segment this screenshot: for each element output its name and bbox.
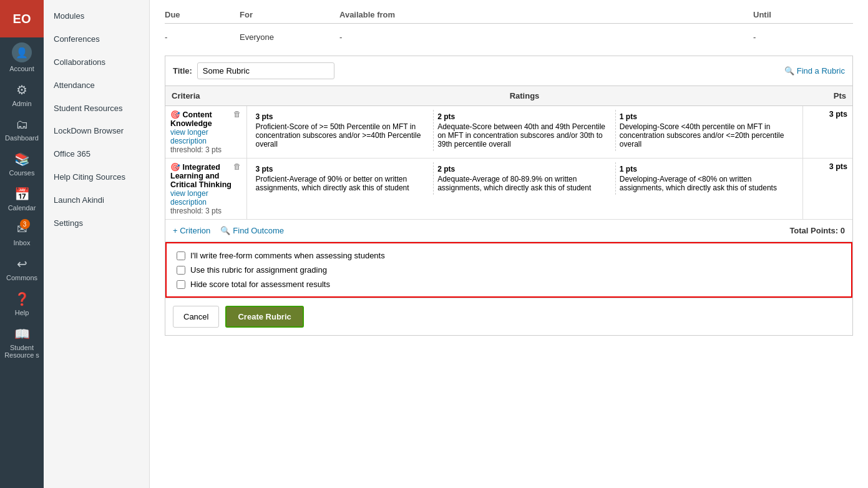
checkbox-row-1: I'll write free-form comments when asses… (177, 251, 841, 260)
nav-item-attendance[interactable]: Attendance (44, 74, 149, 97)
commons-label: Commons (6, 274, 37, 281)
available-from-value: - (339, 32, 753, 42)
sidebar-item-dashboard[interactable]: 🗂 Dashboard (0, 112, 44, 147)
ratings-row-2: 3 pts Proficient-Average of 90% or bette… (252, 162, 797, 195)
rating-desc-2-1: Proficient-Average of 90% or better on w… (256, 175, 430, 192)
nav-item-help-citing-sources[interactable]: Help Citing Sources (44, 166, 149, 189)
for-value: Everyone (240, 32, 339, 42)
dashboard-label: Dashboard (5, 134, 39, 142)
criteria-icon-1: 🎯 (170, 110, 180, 119)
rating-pts-2-2: 2 pts (437, 165, 612, 173)
pts-cell-1: 3 pts (802, 106, 852, 159)
account-label: Account (9, 65, 34, 72)
courses-icon: 📚 (14, 152, 30, 167)
student-resources-label: Student Resource s (2, 344, 41, 359)
cancel-button[interactable]: Cancel (173, 306, 219, 328)
checkbox-row-3: Hide score total for assessment results (177, 280, 841, 289)
checkbox-assignment-grading-label: Use this rubric for assignment grading (190, 265, 327, 275)
checkbox-hide-score[interactable] (177, 280, 185, 289)
rubric-footer-actions: + Criterion 🔍 Find Outcome Total Points:… (165, 220, 852, 242)
rubric-title-input[interactable] (197, 62, 334, 79)
ratings-cell-1: 3 pts Proficient-Score of >= 50th Percen… (246, 106, 802, 159)
rubric-title-label: Title: (173, 66, 192, 76)
criteria-icon-2: 🎯 (170, 163, 180, 172)
total-points-label: Total Points: (789, 226, 838, 235)
checkbox-row-2: Use this rubric for assignment grading (177, 265, 841, 275)
nav-item-launch-akindi[interactable]: Launch Akindi (44, 189, 149, 212)
nav-item-student-resources[interactable]: Student Resources (44, 97, 149, 120)
delete-icon-2[interactable]: 🗑 (233, 162, 241, 171)
ratings-row-1: 3 pts Proficient-Score of >= 50th Percen… (252, 110, 797, 151)
nav-sidebar: Modules Conferences Collaborations Atten… (44, 0, 150, 488)
search-icon: 🔍 (784, 66, 794, 76)
nav-item-settings[interactable]: Settings (44, 212, 149, 235)
rating-pts-1-1: 3 pts (256, 112, 430, 121)
rating-desc-2-2: Adequate-Average of 80-89.9% on written … (437, 175, 612, 192)
logo-text: EO (13, 12, 31, 26)
threshold-1: threshold: 3 pts (170, 145, 241, 154)
sidebar-item-courses[interactable]: 📚 Courses (0, 147, 44, 182)
sidebar-item-calendar[interactable]: 📅 Calendar (0, 182, 44, 217)
threshold-2: threshold: 3 pts (170, 207, 241, 215)
nav-item-office-365[interactable]: Office 365 (44, 143, 149, 166)
create-rubric-button[interactable]: Create Rubric (225, 306, 303, 328)
nav-item-collaborations[interactable]: Collaborations (44, 51, 149, 74)
add-criterion-button[interactable]: + Criterion (173, 226, 210, 235)
rating-pts-1-2: 2 pts (437, 112, 612, 121)
admin-label: Admin (12, 100, 31, 107)
rubric-row-1: 🗑 🎯 Content Knowledge view longer descri… (165, 106, 852, 159)
sidebar-item-help[interactable]: ❓ Help (0, 286, 44, 321)
icon-sidebar: EO 👤 Account ⚙ Admin 🗂 Dashboard 📚 Cours… (0, 0, 44, 488)
rating-block-2-3: 1 pts Developing-Average of <80% on writ… (616, 162, 797, 195)
inbox-badge: 3 (20, 219, 30, 229)
until-value: - (753, 32, 853, 42)
header-due: Due (165, 10, 240, 19)
rating-block-2-2: 2 pts Adequate-Average of 80-89.9% on wr… (434, 162, 616, 195)
rating-block-1-1: 3 pts Proficient-Score of >= 50th Percen… (252, 110, 434, 151)
find-outcome-button[interactable]: 🔍 Find Outcome (220, 226, 284, 235)
rubric-title-row: Title: 🔍 Find a Rubric (165, 56, 852, 86)
rating-pts-2-1: 3 pts (256, 165, 430, 173)
checkboxes-section: I'll write free-form comments when asses… (165, 242, 852, 298)
courses-label: Courses (9, 169, 35, 177)
rating-desc-1-3: Developing-Score <40th percentile on MFT… (620, 122, 794, 149)
nav-item-lockdown-browser[interactable]: LockDown Browser (44, 120, 149, 143)
commons-icon: ↩ (17, 256, 27, 271)
sidebar-item-student-resources[interactable]: 📖 Student Resource s (0, 321, 44, 364)
rating-block-2-1: 3 pts Proficient-Average of 90% or bette… (252, 162, 434, 195)
rating-block-1-3: 1 pts Developing-Score <40th percentile … (616, 110, 797, 151)
delete-icon-1[interactable]: 🗑 (233, 110, 241, 119)
calendar-icon: 📅 (14, 187, 30, 202)
availability-header: Due For Available from Until (165, 10, 853, 24)
help-label: Help (15, 309, 29, 316)
rating-block-1-2: 2 pts Adequate-Score between 40th and 49… (434, 110, 616, 151)
checkbox-freeform[interactable] (177, 251, 185, 260)
rating-pts-1-3: 1 pts (620, 112, 794, 121)
checkbox-hide-score-label: Hide score total for assessment results (190, 280, 330, 289)
header-available-from: Available from (339, 10, 753, 19)
criteria-cell-1: 🗑 🎯 Content Knowledge view longer descri… (165, 106, 246, 159)
rating-desc-1-1: Proficient-Score of >= 50th Percentile o… (256, 122, 430, 149)
view-longer-2[interactable]: view longer description (170, 189, 241, 207)
sidebar-item-admin[interactable]: ⚙ Admin (0, 77, 44, 112)
availability-row: - Everyone - - (165, 29, 853, 46)
find-outcome-search-icon: 🔍 (220, 226, 230, 235)
pts-header: Pts (802, 86, 852, 106)
due-value: - (165, 32, 240, 42)
sidebar-item-account[interactable]: 👤 Account (0, 37, 44, 77)
pts-cell-2: 3 pts (802, 159, 852, 220)
student-resources-icon: 📖 (14, 326, 30, 341)
sidebar-item-commons[interactable]: ↩ Commons (0, 251, 44, 286)
header-until: Until (753, 10, 853, 19)
view-longer-1[interactable]: view longer description (170, 128, 241, 145)
ratings-header: Ratings (246, 86, 802, 106)
find-rubric-label: Find a Rubric (797, 66, 845, 76)
find-rubric-button[interactable]: 🔍 Find a Rubric (784, 66, 845, 76)
account-avatar: 👤 (12, 42, 32, 62)
nav-item-conferences[interactable]: Conferences (44, 28, 149, 51)
nav-item-modules[interactable]: Modules (44, 5, 149, 28)
rating-desc-2-3: Developing-Average of <80% on written as… (620, 175, 794, 192)
checkbox-assignment-grading[interactable] (177, 266, 185, 275)
checkbox-freeform-label: I'll write free-form comments when asses… (190, 251, 385, 260)
sidebar-item-inbox[interactable]: ✉ 3 Inbox (0, 217, 44, 251)
